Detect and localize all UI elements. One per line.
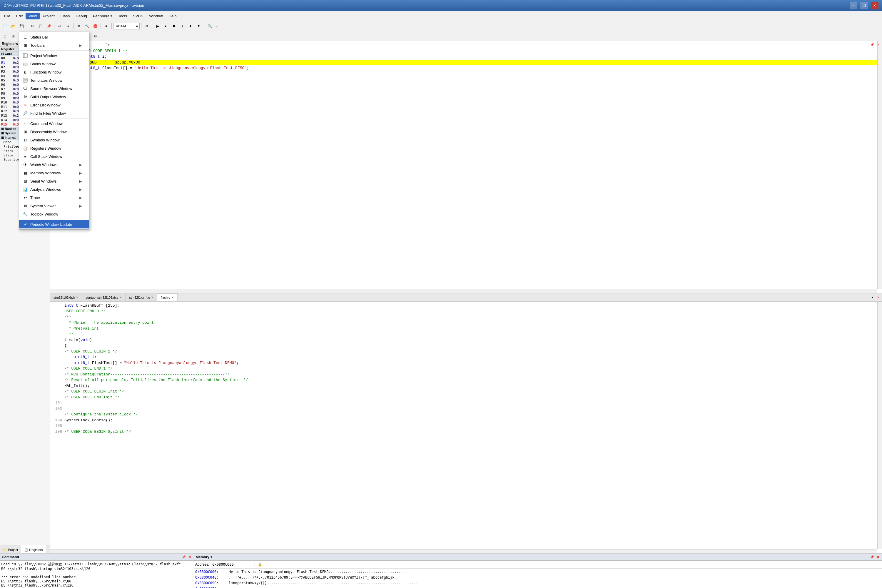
tab-stm32f103xb-h[interactable]: stm32f103xb.h ✕ — [50, 293, 82, 302]
dd-templates-window[interactable]: Templates Window — [19, 76, 89, 84]
dd-source-browser[interactable]: Source Browser Window — [19, 84, 89, 93]
editor-top-hscroll[interactable] — [50, 289, 877, 293]
menu-flash[interactable]: Flash — [58, 13, 73, 20]
close-button[interactable]: ✕ — [871, 2, 879, 9]
tab-bar-controls: ▼ ✕ — [870, 295, 882, 300]
step-out-btn[interactable]: ⬆ — [195, 22, 202, 30]
serial-windows-icon: ⊟ — [22, 178, 28, 184]
source-code-content: int8_t FlashRBuff [255]; USER CODE END 0… — [50, 302, 882, 554]
dd-call-stack-window[interactable]: ≡ Call Stack Window — [19, 152, 89, 160]
editor-bottom-hscroll[interactable] — [50, 549, 877, 553]
run-btn[interactable]: ⏵ — [162, 22, 170, 30]
registers-tab-left[interactable]: 📋 Registers — [21, 545, 46, 553]
tab-startup[interactable]: startup_stm32f103xb.s ✕ — [82, 293, 126, 302]
memory-windows-icon: ▦ — [22, 170, 28, 176]
build-btn[interactable]: ⚒ — [75, 22, 82, 30]
dd-build-output[interactable]: ⚒ Build Output Window — [19, 93, 89, 101]
copy-btn[interactable]: 📋 — [37, 22, 44, 30]
dd-error-list[interactable]: ✕ Error List Window — [19, 101, 89, 109]
search-btn[interactable]: 🔍 — [206, 22, 213, 30]
window-controls: — ❐ ✕ — [850, 2, 879, 9]
dd-trace[interactable]: ↩ Trace ▶ — [19, 194, 89, 202]
rebuild-btn[interactable]: 🔨 — [83, 22, 91, 30]
save-btn[interactable]: 💾 — [18, 22, 25, 30]
memory-pin-icon[interactable]: 📌 — [870, 555, 874, 560]
tab-list-btn[interactable]: ▼ — [870, 295, 875, 300]
command-close-icon[interactable]: ✕ — [187, 555, 192, 560]
disassembly-close-btn[interactable]: ✕ — [876, 42, 881, 47]
step-over-btn[interactable]: ⬇ — [187, 22, 194, 30]
minimize-button[interactable]: — — [850, 2, 857, 9]
menu-help[interactable]: Help — [166, 13, 180, 20]
tab-stm32f1xx-it[interactable]: stm32f1xx_it.c ✕ — [126, 293, 157, 302]
dd-registers-window[interactable]: 📋 Registers Window — [19, 144, 89, 152]
menu-file[interactable]: File — [1, 13, 13, 20]
menu-debug[interactable]: Debug — [73, 13, 90, 20]
dd-toolbox-window[interactable]: 🔧 Toolbox Window — [19, 210, 89, 218]
src-line-17: /* Reset of all peripherals, Initializes… — [50, 377, 882, 383]
dd-analysis-windows[interactable]: 📊 Analysis Windows ▶ — [19, 185, 89, 194]
tab-close-icon3[interactable]: ✕ — [151, 296, 153, 299]
memory-address-input[interactable] — [211, 562, 255, 567]
project-tab-left[interactable]: 📁 Project — [0, 545, 21, 553]
stop-btn[interactable]: ⏹ — [170, 22, 178, 30]
dd-system-viewer[interactable]: 🖥 System Viewer ▶ — [19, 202, 89, 210]
tab-close-icon[interactable]: ✕ — [76, 296, 78, 299]
download-btn[interactable]: ⬇ — [102, 22, 110, 30]
svg-line-7 — [26, 89, 27, 90]
tab-close-icon4[interactable]: ✕ — [171, 296, 174, 299]
maximize-button[interactable]: ❐ — [860, 2, 868, 9]
editor-top-vscroll[interactable] — [877, 41, 882, 289]
dd-sep-2 — [19, 118, 89, 118]
menu-window[interactable]: Window — [146, 13, 165, 20]
new-file-btn[interactable]: 📄 — [1, 22, 9, 30]
src-line-11: uint8_t i; — [50, 354, 882, 360]
memory-lock-btn[interactable]: 🔒 — [256, 561, 263, 568]
menu-tools[interactable]: Tools — [115, 13, 130, 20]
target-combo[interactable]: RDATA — [113, 23, 140, 29]
dd-toolbars[interactable]: ⊞ Toolbars ▶ — [19, 41, 89, 50]
dd-serial-windows[interactable]: ⊟ Serial Windows ▶ — [19, 177, 89, 185]
menu-edit[interactable]: Edit — [13, 13, 26, 20]
tb2-btn1[interactable]: ⊡ — [1, 32, 9, 40]
undo-btn[interactable]: ↩ — [56, 22, 63, 30]
tab-close-icon2[interactable]: ✕ — [119, 296, 122, 299]
toolbar-row-1: 📄 📂 💾 ✂ 📋 📌 ↩ ↪ ⚒ 🔨 ⛔ ⬇ RDATA ⚙ ▶ ⏵ ⏹ ⤵ … — [0, 21, 882, 31]
disassembly-pin-btn[interactable]: 📌 — [870, 42, 875, 47]
cmd-line-4: BS \\stm32_flash\..\Src/main.c\88 — [1, 579, 193, 583]
dd-command-window[interactable]: >_ Command Window — [19, 119, 89, 128]
dd-books-window[interactable]: 📖 Books Window — [19, 60, 89, 68]
options-btn[interactable]: ⚙ — [143, 22, 150, 30]
menu-svcs[interactable]: SVCS — [130, 13, 146, 20]
cut-btn[interactable]: ✂ — [28, 22, 36, 30]
command-pin-icon[interactable]: 📌 — [182, 555, 186, 560]
tb2-btn11[interactable]: ⚙ — [92, 32, 99, 40]
tab-close-all-btn[interactable]: ✕ — [876, 295, 881, 300]
dd-status-bar[interactable]: ☰ Status Bar — [19, 33, 89, 41]
open-btn[interactable]: 📂 — [9, 22, 17, 30]
src-line-105: 105 — [50, 423, 882, 429]
memory-close-icon[interactable]: ✕ — [876, 555, 880, 560]
dd-symbols-window[interactable]: Ω Symbols Window — [19, 136, 89, 144]
dd-periodic-window-update[interactable]: ✓ Periodic Window Update — [19, 220, 89, 228]
menu-project[interactable]: Project — [40, 13, 57, 20]
dd-project-window[interactable]: Project Window — [19, 51, 89, 60]
dd-find-in-files[interactable]: 🔎 Find In Files Window — [19, 109, 89, 117]
debug-start-btn[interactable]: ▶ — [154, 22, 161, 30]
dd-watch-windows[interactable]: 👁 Watch Windows ▶ — [19, 160, 89, 169]
tab-flash-c[interactable]: flash.c ✕ — [157, 293, 178, 302]
editor-bottom-vscroll[interactable] — [877, 302, 882, 549]
dd-memory-windows[interactable]: ▦ Memory Windows ▶ — [19, 169, 89, 177]
dd-disassembly-window[interactable]: ⊞ Disassembly Window — [19, 128, 89, 136]
stop-build-btn[interactable]: ⛔ — [92, 22, 99, 30]
src-line-102: 102 — [50, 406, 882, 412]
menu-peripherals[interactable]: Peripherals — [90, 13, 115, 20]
paste-btn[interactable]: 📌 — [45, 22, 52, 30]
more-btn[interactable]: ⋯ — [214, 22, 222, 30]
memory-panel-title: Memory 1 — [196, 555, 212, 559]
step-btn[interactable]: ⤵ — [178, 22, 186, 30]
redo-btn[interactable]: ↪ — [64, 22, 72, 30]
dd-functions-window[interactable]: {} Functions Window — [19, 68, 89, 76]
tb2-btn2[interactable]: ⊞ — [9, 32, 17, 40]
menu-view[interactable]: View — [26, 13, 40, 20]
